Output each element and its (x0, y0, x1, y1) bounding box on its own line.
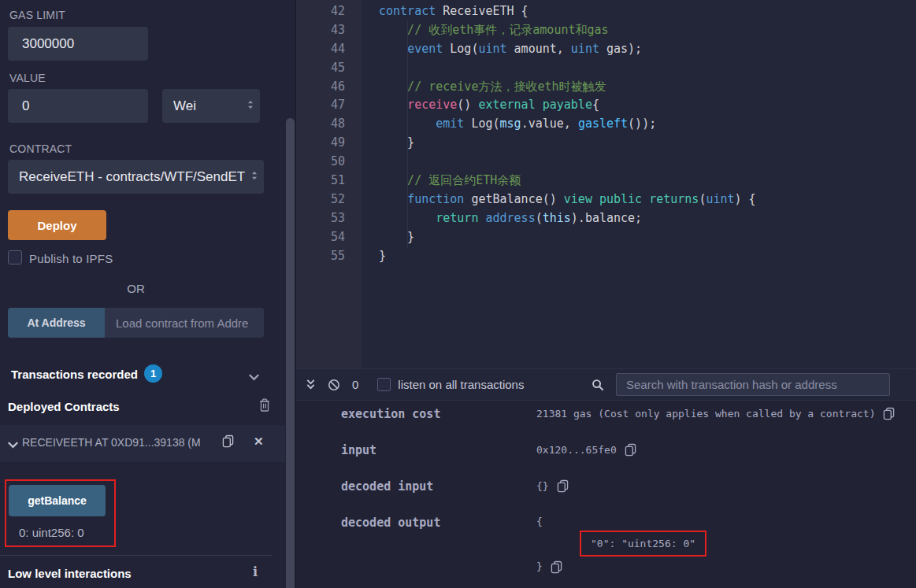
terminal-row-value: 21381 gas (Cost only applies when called… (536, 407, 895, 420)
line-number[interactable]: 49 (296, 134, 362, 153)
code-line[interactable]: 45 (296, 59, 916, 78)
deployed-contracts-label: Deployed Contracts (8, 400, 120, 413)
code-line[interactable]: 43 // 收到eth事件，记录amount和gas (296, 21, 916, 40)
publish-ipfs-checkbox[interactable] (8, 250, 22, 264)
code-text[interactable]: } (362, 134, 414, 153)
code-token (379, 192, 407, 206)
listen-label: listen on all transactions (398, 378, 524, 391)
scrollbar-thumb[interactable] (286, 118, 295, 588)
code-token: contract (379, 4, 436, 18)
code-text[interactable]: } (362, 247, 386, 266)
expand-terminal-icon[interactable] (306, 379, 316, 390)
transactions-count-badge: 1 (144, 364, 162, 383)
code-token: public (599, 192, 642, 206)
deployed-instance-title: RECEIVEETH AT 0XD91...39138 (M (22, 436, 217, 449)
code-line[interactable]: 55} (296, 247, 916, 266)
code-line[interactable]: 49 } (296, 134, 916, 153)
deploy-run-panel: GAS LIMIT VALUE Wei CONTRACT ReceiveETH … (0, 0, 285, 588)
line-number[interactable]: 51 (296, 172, 362, 190)
code-text[interactable]: receive() external payable{ (362, 96, 599, 115)
line-number[interactable]: 52 (296, 190, 362, 209)
code-text[interactable]: } (362, 228, 414, 247)
line-number[interactable]: 48 (296, 115, 362, 134)
code-line[interactable]: 46 // receive方法，接收eth时被触发 (296, 78, 916, 97)
code-editor[interactable]: 42contract ReceiveETH {43 // 收到eth事件，记录a… (295, 0, 916, 368)
sidebar-scrollbar[interactable] (285, 0, 295, 588)
code-lines[interactable]: 42contract ReceiveETH {43 // 收到eth事件，记录a… (296, 2, 916, 265)
close-icon[interactable]: ✕ (254, 435, 264, 449)
code-token: emit (436, 116, 464, 131)
code-text[interactable]: function getBalance() view public return… (362, 190, 756, 209)
copy-icon[interactable] (551, 560, 562, 574)
highlight-box-decoded-output: "0": "uint256: 0" (580, 531, 706, 557)
code-text[interactable]: event Log(uint amount, uint gas); (362, 40, 642, 59)
code-text[interactable] (362, 153, 379, 172)
line-number[interactable]: 53 (296, 209, 362, 228)
line-number[interactable]: 43 (296, 21, 362, 40)
clear-console-icon[interactable] (328, 379, 340, 391)
spinner-icon (251, 169, 258, 185)
line-number[interactable]: 45 (296, 59, 362, 78)
line-number[interactable]: 42 (296, 2, 362, 21)
value-input[interactable] (8, 89, 148, 123)
info-icon[interactable]: i (253, 564, 258, 579)
terminal-row-label: input (341, 443, 536, 457)
trash-icon[interactable] (259, 398, 270, 415)
code-token: ).balance; (571, 211, 642, 225)
listen-count: 0 (352, 378, 358, 391)
code-token: ( (536, 211, 543, 225)
code-text[interactable]: emit Log(msg.value, gasleft()); (362, 115, 656, 134)
contract-select[interactable]: ReceiveETH - contracts/WTF/SendET (8, 160, 264, 194)
search-icon[interactable] (592, 379, 604, 391)
code-text[interactable]: return address(this).balance; (362, 209, 642, 228)
code-token: } (379, 135, 414, 150)
code-line[interactable]: 52 function getBalance() view public ret… (296, 190, 916, 209)
contract-label: CONTRACT (9, 142, 72, 155)
line-number[interactable]: 46 (296, 78, 362, 97)
line-number[interactable]: 55 (296, 247, 362, 266)
line-number[interactable]: 54 (296, 228, 362, 247)
gas-limit-input[interactable] (8, 27, 148, 61)
deploy-button[interactable]: Deploy (8, 210, 106, 240)
code-token: gas); (599, 42, 642, 56)
code-token: getBalance() (464, 192, 563, 206)
listen-checkbox[interactable] (377, 378, 391, 391)
at-address-button[interactable]: At Address (8, 308, 105, 338)
code-text[interactable]: // receive方法，接收eth时被触发 (362, 78, 606, 97)
code-line[interactable]: 54 } (296, 228, 916, 247)
copy-icon[interactable] (557, 479, 569, 493)
code-line[interactable]: 44 event Log(uint amount, uint gas); (296, 40, 916, 59)
code-line[interactable]: 48 emit Log(msg.value, gasleft()); (296, 115, 916, 134)
code-line[interactable]: 50 (296, 153, 916, 172)
at-address-input[interactable] (105, 308, 264, 338)
code-token: // 收到eth事件，记录amount和gas (379, 23, 609, 37)
code-line[interactable]: 53 return address(this).balance; (296, 209, 916, 228)
line-number[interactable]: 50 (296, 153, 362, 172)
code-token (536, 98, 543, 112)
terminal-search-input[interactable] (616, 373, 890, 396)
terminal-toolbar: 0 listen on all transactions (296, 369, 916, 401)
value-unit-selected: Wei (173, 98, 196, 114)
terminal-row-label: execution cost (341, 407, 536, 421)
line-number[interactable]: 47 (296, 96, 362, 115)
code-text[interactable]: // 收到eth事件，记录amount和gas (362, 21, 609, 40)
line-number[interactable]: 44 (296, 40, 362, 59)
code-line[interactable]: 51 // 返回合约ETH余额 (296, 172, 916, 190)
copy-icon[interactable] (883, 407, 895, 420)
getbalance-button[interactable]: getBalance (9, 485, 106, 516)
terminal-value-text: 21381 gas (Cost only applies when called… (536, 408, 875, 420)
chevron-down-icon[interactable] (8, 438, 18, 452)
transactions-recorded-label: Transactions recorded (11, 368, 138, 381)
copy-icon[interactable] (625, 443, 636, 457)
code-text[interactable]: // 返回合约ETH余额 (362, 172, 521, 190)
code-line[interactable]: 47 receive() external payable{ (296, 96, 916, 115)
chevron-down-icon[interactable] (249, 370, 259, 384)
code-text[interactable] (362, 59, 379, 78)
code-token: receive (407, 98, 457, 112)
code-token: // receive方法，接收eth时被触发 (379, 80, 606, 94)
copy-icon[interactable] (222, 435, 234, 451)
code-line[interactable]: 42contract ReceiveETH { (296, 2, 916, 21)
value-unit-select[interactable]: Wei (162, 89, 260, 123)
or-divider: OR (0, 282, 272, 295)
code-text[interactable]: contract ReceiveETH { (362, 2, 528, 21)
